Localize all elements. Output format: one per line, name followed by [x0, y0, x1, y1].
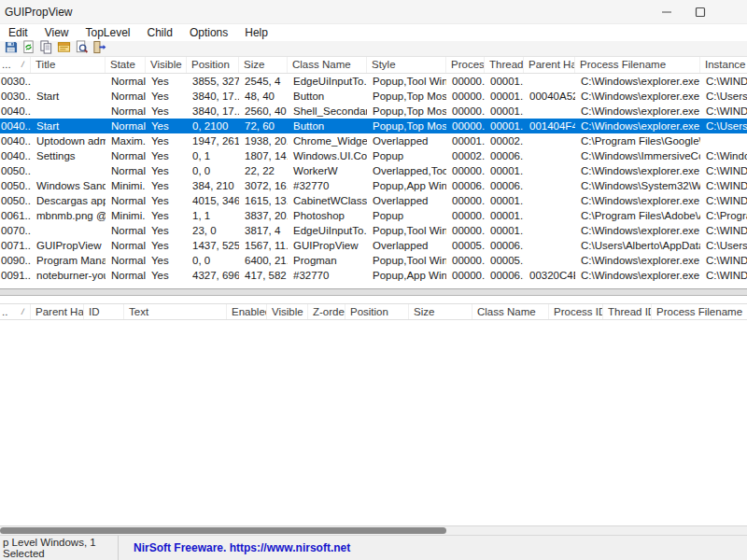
- table-row[interactable]: 0040...SettingsNormalYes0, 11807, 14...W…: [0, 148, 747, 163]
- table-row[interactable]: 0040...StartNormalYes0, 210072, 60Button…: [0, 119, 747, 133]
- toolbar-button-refresh[interactable]: [20, 41, 36, 56]
- cell: Yes: [146, 148, 187, 163]
- cell: [524, 74, 575, 89]
- cell: Windows.UI.Co...: [288, 148, 367, 163]
- top-pane-body: 0030...NormalYes3855, 3272545, 4EdgeUiIn…: [0, 74, 747, 286]
- column-header-size[interactable]: Size: [239, 57, 288, 73]
- table-row[interactable]: 0091...noteburner-you...NormalYes4327, 6…: [0, 268, 747, 283]
- cell: Normal: [106, 148, 146, 163]
- column-header-text[interactable]: Text: [124, 304, 227, 319]
- cell: C:\WINDO...: [700, 104, 747, 119]
- column-header-blank[interactable]: .../: [0, 57, 31, 73]
- cell: Popup: [367, 208, 446, 223]
- column-header-visible[interactable]: Visible: [267, 304, 308, 319]
- toolbar-button-find[interactable]: [73, 41, 90, 56]
- cell: 00000...: [446, 104, 485, 119]
- cell: 1567, 11...: [239, 238, 288, 253]
- column-header-process-id[interactable]: Process ID: [549, 304, 603, 319]
- menu-item-child[interactable]: Child: [139, 25, 181, 40]
- cell: 00005...: [446, 238, 485, 253]
- cell: C:\WINDO...: [700, 268, 747, 283]
- column-header-thread-id[interactable]: Thread ID: [603, 304, 652, 319]
- cell: 0061...: [0, 208, 31, 223]
- column-header-class-name[interactable]: Class Name: [472, 304, 549, 319]
- maximize-button[interactable]: [687, 0, 713, 24]
- cell: [31, 223, 106, 238]
- cell: [524, 223, 575, 238]
- table-row[interactable]: 0040...NormalYes3840, 17...2560, 40Shell…: [0, 104, 747, 119]
- toolbar-button-exit[interactable]: [91, 41, 107, 56]
- cell: C:\Users\Alberto\AppData\L...: [575, 238, 700, 253]
- menu-item-view[interactable]: View: [36, 25, 78, 40]
- table-row[interactable]: 0050...Windows Sand...Minimi...Yes384, 2…: [0, 178, 747, 193]
- column-header-blank[interactable]: ../: [0, 304, 31, 319]
- table-row[interactable]: 0030...StartNormalYes3840, 17...48, 40Bu…: [0, 89, 747, 104]
- column-header-parent-ha[interactable]: Parent Ha...: [31, 304, 84, 319]
- menu-item-help[interactable]: Help: [236, 25, 276, 40]
- column-header-size[interactable]: Size: [409, 304, 472, 319]
- cell: 0040...: [0, 148, 31, 163]
- column-header-visible[interactable]: Visible: [146, 57, 187, 73]
- cell: C:\Windows\ImmersiveCont...: [575, 148, 700, 163]
- column-header-class-name[interactable]: Class Name: [288, 57, 367, 73]
- cell: Normal: [106, 74, 146, 89]
- table-row[interactable]: 0050...Descargas appsNormalYes4015, 3461…: [0, 193, 747, 208]
- cell: CabinetWClass: [288, 193, 367, 208]
- cell: Descargas apps: [31, 193, 106, 208]
- column-header-title[interactable]: Title: [31, 57, 106, 73]
- column-header-process-filename[interactable]: Process Filename: [652, 304, 747, 319]
- cell: 0040...: [0, 104, 31, 119]
- column-header-style[interactable]: Style: [367, 57, 446, 73]
- cell: Normal: [106, 238, 146, 253]
- cell: Normal: [106, 104, 146, 119]
- column-header-parent-ha[interactable]: Parent Ha...: [524, 57, 575, 73]
- table-row[interactable]: 0090...Program Mana...NormalYes0, 06400,…: [0, 253, 747, 268]
- table-row[interactable]: 0071...GUIPropViewNormalYes1437, 5251567…: [0, 238, 747, 253]
- column-header-process-filename[interactable]: Process Filename: [575, 57, 700, 73]
- cell: Normal: [106, 268, 146, 283]
- refresh-icon: [21, 40, 35, 58]
- scrollbar-thumb[interactable]: [0, 527, 446, 534]
- cell: Windows Sand...: [31, 178, 106, 193]
- column-header-position[interactable]: Position: [345, 304, 409, 319]
- cell: 417, 582: [239, 268, 288, 283]
- menu-item-toplevel[interactable]: TopLevel: [77, 25, 138, 40]
- menu-item-options[interactable]: Options: [181, 25, 236, 40]
- column-header-thread[interactable]: Thread...: [485, 57, 524, 73]
- nirsoft-link[interactable]: NirSoft Freeware. https://www.nirsoft.ne…: [119, 541, 350, 554]
- column-header-enabled[interactable]: Enabled: [227, 304, 267, 319]
- column-header-proces[interactable]: Proces...: [446, 57, 485, 73]
- cell: 4327, 696: [187, 268, 239, 283]
- toolbar-button-properties[interactable]: [55, 41, 72, 56]
- pane-splitter[interactable]: [0, 288, 747, 296]
- cell: 0050...: [0, 178, 31, 193]
- cell: 00006...: [485, 148, 524, 163]
- horizontal-scrollbar[interactable]: [0, 525, 747, 535]
- column-header-id[interactable]: ID: [84, 304, 124, 319]
- column-header-position[interactable]: Position: [187, 57, 239, 73]
- toolbar-button-save[interactable]: [2, 41, 19, 56]
- table-row[interactable]: 0030...NormalYes3855, 3272545, 4EdgeUiIn…: [0, 74, 747, 89]
- cell: C:\Windows\explorer.exe: [575, 163, 700, 178]
- cell: 0, 1: [187, 148, 239, 163]
- menu-item-edit[interactable]: Edit: [0, 25, 36, 40]
- table-row[interactable]: 0050...NormalYes0, 022, 22WorkerWOverlap…: [0, 163, 747, 178]
- table-row[interactable]: 0061...mbnmb.png @...Minimi...Yes1, 1383…: [0, 208, 747, 223]
- column-header-instance-f[interactable]: Instance F...: [700, 57, 747, 73]
- column-header-state[interactable]: State: [106, 57, 146, 73]
- table-row[interactable]: 0040...Uptodown adm...Maxim...Yes1947, 2…: [0, 133, 747, 148]
- status-bar: p Level Windows, 1 Selected NirSoft Free…: [0, 535, 747, 560]
- cell: Yes: [146, 133, 187, 148]
- cell: 3840, 17...: [187, 89, 239, 104]
- cell: Yes: [146, 89, 187, 104]
- table-row[interactable]: 0070...NormalYes23, 03817, 4EdgeUiInputT…: [0, 223, 747, 238]
- minimize-button[interactable]: [654, 0, 680, 24]
- column-header-z-order[interactable]: Z-order: [308, 304, 345, 319]
- guipropview-window: GUIPropView EditViewTopLevelChildOptions…: [0, 0, 747, 560]
- cell: [524, 193, 575, 208]
- cell: 00000...: [446, 163, 485, 178]
- cell: [31, 104, 106, 119]
- cell: C:\Windows\explorer.exe: [575, 119, 700, 133]
- cell: Settings: [31, 148, 106, 163]
- toolbar-button-copy[interactable]: [37, 41, 54, 56]
